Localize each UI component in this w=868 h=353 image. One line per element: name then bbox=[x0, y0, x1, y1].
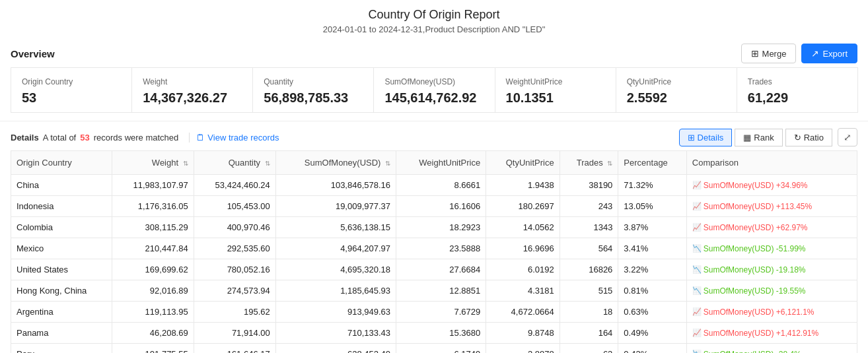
merge-icon: ⊞ bbox=[751, 48, 759, 59]
stat-label: Quantity bbox=[264, 77, 363, 86]
rank-icon: ▦ bbox=[743, 133, 751, 143]
cell-origin_country: Panama bbox=[11, 323, 112, 344]
report-title: Country Of Origin Report bbox=[0, 8, 868, 22]
table-header-row: Origin CountryWeight ⇅Quantity ⇅SumOfMon… bbox=[11, 151, 857, 175]
page: Country Of Origin Report 2024-01-01 to 2… bbox=[0, 0, 868, 353]
comp-icon: 📈 bbox=[692, 181, 702, 189]
cell-percentage: 3.87% bbox=[618, 217, 686, 238]
col-header-trades[interactable]: Trades ⇅ bbox=[560, 151, 618, 175]
col-header-quantity[interactable]: Quantity ⇅ bbox=[194, 151, 275, 175]
details-label: Details bbox=[11, 133, 39, 143]
stat-card: QtyUnitPrice 2.5592 bbox=[616, 67, 737, 113]
cell-percentage: 0.49% bbox=[618, 323, 686, 344]
comparison-value: 📈SumOfMoney(USD) +62.97% bbox=[692, 223, 851, 232]
sort-icon: ⇅ bbox=[183, 160, 188, 167]
stat-value: 14,367,326.27 bbox=[143, 90, 242, 106]
details-right: ⊞ Details▦ Rank↻ Ratio⤢ bbox=[679, 128, 857, 146]
stat-label: QtyUnitPrice bbox=[627, 77, 726, 86]
export-icon: ↗ bbox=[811, 48, 819, 59]
cell-weight: 1,176,316.05 bbox=[112, 196, 194, 217]
cell-origin_country: Hong Kong, China bbox=[11, 280, 112, 302]
report-header: Country Of Origin Report 2024-01-01 to 2… bbox=[0, 0, 868, 37]
view-link-icon: 🗒 bbox=[196, 133, 205, 143]
cell-percentage: 71.32% bbox=[618, 175, 686, 196]
cell-origin_country: Mexico bbox=[11, 238, 112, 259]
cell-comparison: 📉SumOfMoney(USD) -28.4% bbox=[686, 344, 857, 354]
col-header-percentage: Percentage bbox=[618, 151, 686, 175]
comp-icon: 📈 bbox=[692, 223, 702, 232]
cell-quantity: 292,535.60 bbox=[194, 238, 275, 259]
cell-trades: 18 bbox=[560, 302, 618, 323]
comp-icon: 📉 bbox=[692, 244, 702, 253]
comp-icon: 📈 bbox=[692, 202, 702, 210]
cell-comparison: 📈SumOfMoney(USD) +62.97% bbox=[686, 217, 857, 238]
cell-origin_country: Argentina bbox=[11, 302, 112, 323]
stat-card: Weight 14,367,326.27 bbox=[131, 67, 253, 113]
view-trade-records-link[interactable]: 🗒 View trade records bbox=[189, 133, 279, 143]
table-row: Panama46,208.6971,914.00710,133.4315.368… bbox=[11, 323, 857, 344]
cell-weight_unit_price: 8.6661 bbox=[396, 175, 486, 196]
col-header-comparison: Comparison bbox=[686, 151, 857, 175]
comp-icon: 📈 bbox=[692, 329, 702, 337]
expand-button[interactable]: ⤢ bbox=[838, 128, 857, 146]
stat-value: 2.5592 bbox=[627, 90, 726, 106]
sort-icon: ⇅ bbox=[265, 160, 270, 167]
cell-percentage: 3.41% bbox=[618, 238, 686, 259]
table-row: Colombia308,115.29400,970.465,636,138.15… bbox=[11, 217, 857, 238]
col-header-sum_of_money[interactable]: SumOfMoney(USD) ⇅ bbox=[275, 151, 396, 175]
cell-origin_country: Colombia bbox=[11, 217, 112, 238]
cell-percentage: 13.05% bbox=[618, 196, 686, 217]
matched-suffix: records were matched bbox=[94, 133, 179, 143]
col-header-weight_unit_price: WeightUnitPrice bbox=[396, 151, 486, 175]
report-subtitle: 2024-01-01 to 2024-12-31,Product Descrip… bbox=[0, 24, 868, 34]
top-bar: Overview ⊞ Merge ↗ Export bbox=[0, 37, 868, 67]
table-row: United States169,699.62780,052.164,695,3… bbox=[11, 259, 857, 280]
sort-icon: ⇅ bbox=[607, 160, 612, 167]
cell-weight_unit_price: 18.2923 bbox=[396, 217, 486, 238]
stat-value: 145,614,762.92 bbox=[384, 90, 484, 106]
table-row: Peru101,775.55161,646.17628,452.406.1749… bbox=[11, 344, 857, 354]
cell-comparison: 📈SumOfMoney(USD) +1,412.91% bbox=[686, 323, 857, 344]
stat-label: Origin Country bbox=[22, 77, 121, 86]
col-header-qty_unit_price: QtyUnitPrice bbox=[486, 151, 560, 175]
cell-trades: 515 bbox=[560, 280, 618, 302]
cell-trades: 243 bbox=[560, 196, 618, 217]
cell-comparison: 📉SumOfMoney(USD) -19.55% bbox=[686, 280, 857, 302]
table-wrap: Origin CountryWeight ⇅Quantity ⇅SumOfMon… bbox=[0, 150, 868, 353]
table-head: Origin CountryWeight ⇅Quantity ⇅SumOfMon… bbox=[11, 151, 857, 175]
matched-prefix: A total of bbox=[43, 133, 77, 143]
stat-value: 10.1351 bbox=[506, 90, 605, 106]
cell-weight_unit_price: 27.6684 bbox=[396, 259, 486, 280]
cell-sum_of_money: 19,009,977.37 bbox=[275, 196, 396, 217]
export-button[interactable]: ↗ Export bbox=[801, 44, 857, 63]
cell-comparison: 📈SumOfMoney(USD) +6,121.1% bbox=[686, 302, 857, 323]
stat-label: Weight bbox=[143, 77, 242, 86]
cell-sum_of_money: 103,846,578.16 bbox=[275, 175, 396, 196]
cell-quantity: 105,453.00 bbox=[194, 196, 275, 217]
comparison-value: 📉SumOfMoney(USD) -19.55% bbox=[692, 286, 851, 296]
col-header-weight[interactable]: Weight ⇅ bbox=[112, 151, 194, 175]
cell-origin_country: China bbox=[11, 175, 112, 196]
table-row: Argentina119,113.95195.62913,949.637.672… bbox=[11, 302, 857, 323]
data-table: Origin CountryWeight ⇅Quantity ⇅SumOfMon… bbox=[11, 150, 857, 353]
cell-trades: 38190 bbox=[560, 175, 618, 196]
tab-rank[interactable]: ▦ Rank bbox=[735, 129, 782, 146]
view-link-text: View trade records bbox=[207, 133, 279, 143]
cell-trades: 1343 bbox=[560, 217, 618, 238]
cell-qty_unit_price: 180.2697 bbox=[486, 196, 560, 217]
cell-qty_unit_price: 4.3181 bbox=[486, 280, 560, 302]
cell-weight_unit_price: 16.1606 bbox=[396, 196, 486, 217]
cell-weight: 169,699.62 bbox=[112, 259, 194, 280]
table-row: Hong Kong, China92,016.89274,573.941,185… bbox=[11, 280, 857, 302]
cell-weight: 46,208.69 bbox=[112, 323, 194, 344]
comparison-value: 📈SumOfMoney(USD) +6,121.1% bbox=[692, 307, 851, 317]
stat-label: Trades bbox=[748, 77, 847, 86]
tab-ratio[interactable]: ↻ Ratio bbox=[785, 129, 832, 146]
cell-sum_of_money: 913,949.63 bbox=[275, 302, 396, 323]
cell-trades: 63 bbox=[560, 344, 618, 354]
cell-sum_of_money: 710,133.43 bbox=[275, 323, 396, 344]
details-bar: Details A total of 53 records were match… bbox=[0, 121, 868, 150]
cell-weight_unit_price: 15.3680 bbox=[396, 323, 486, 344]
tab-details[interactable]: ⊞ Details bbox=[679, 129, 733, 146]
merge-button[interactable]: ⊞ Merge bbox=[741, 44, 797, 63]
